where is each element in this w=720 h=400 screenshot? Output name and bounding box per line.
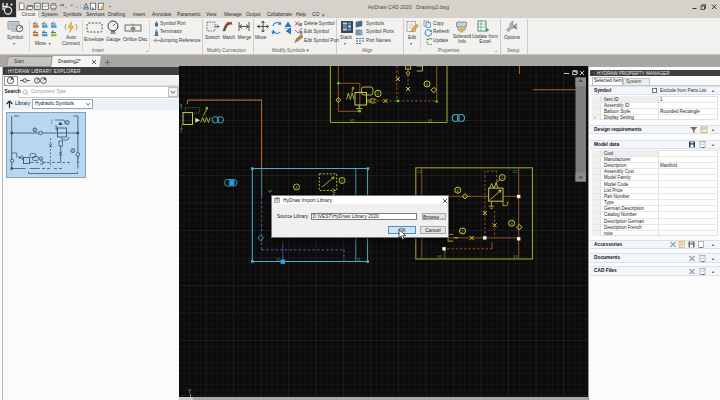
svg-text:4: 4 [457, 188, 459, 192]
svg-text:Y1: Y1 [276, 257, 280, 261]
svg-text:3: 3 [426, 82, 428, 86]
svg-text:3: 3 [33, 128, 35, 132]
svg-text:T1: T1 [357, 257, 361, 261]
svg-text:V1: V1 [514, 255, 518, 259]
svg-text:V1: V1 [428, 118, 432, 122]
svg-text:2: 2 [461, 229, 463, 233]
svg-text:1: 1 [66, 121, 68, 125]
svg-text:2: 2 [71, 149, 73, 153]
svg-text:1: 1 [180, 130, 182, 134]
svg-text:2: 2 [377, 92, 379, 96]
svg-text:4: 4 [295, 185, 297, 189]
svg-text:C1: C1 [513, 169, 517, 173]
svg-text:V2: V2 [350, 118, 354, 122]
svg-text:1: 1 [341, 179, 343, 183]
svg-text:C2: C2 [417, 169, 421, 173]
svg-text:3: 3 [510, 221, 512, 225]
svg-text:V2: V2 [438, 255, 442, 259]
svg-text:Y: Y [188, 388, 192, 394]
svg-text:2: 2 [180, 104, 182, 108]
svg-text:1: 1 [501, 176, 503, 180]
